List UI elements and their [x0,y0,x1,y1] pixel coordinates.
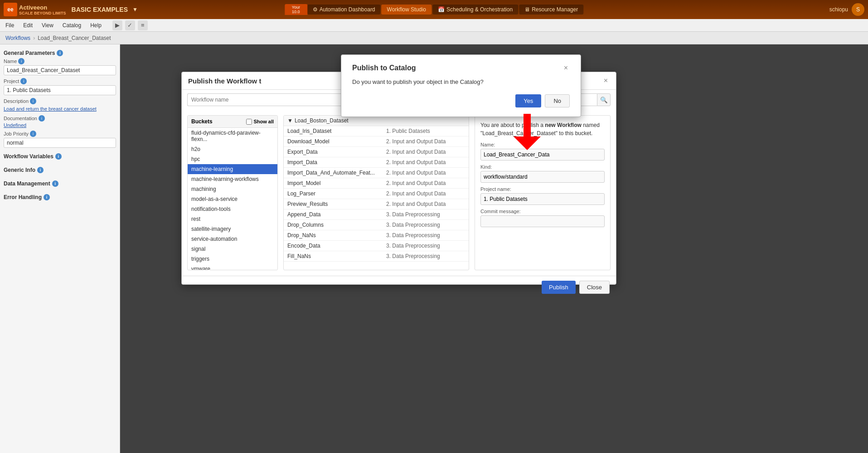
menu-help[interactable]: Help [88,21,103,29]
error-handling-title[interactable]: Error Handling i [4,192,116,202]
job-priority-info-icon[interactable]: i [30,131,36,137]
menu-catalog[interactable]: Catalog [61,21,83,29]
documentation-info-icon[interactable]: i [39,115,45,122]
name-label: Name i [4,58,116,64]
workflow-item-11[interactable]: Encode_Data 3. Data Preprocessing [284,241,469,251]
workflow-item-10[interactable]: Drop_NaNs 3. Data Preprocessing [284,230,469,241]
bucket-item-ml-workflows[interactable]: machine-learning-workflows [188,174,277,184]
dropdown-arrow-icon[interactable]: ▼ [132,6,138,13]
workflow-item-0[interactable]: Load_Iris_Dataset 1. Public Datasets [284,126,469,136]
workflow-item-12[interactable]: Fill_NaNs 3. Data Preprocessing [284,251,469,262]
publish-name-label: Name: [480,142,605,147]
breadcrumb: Workflows › Load_Breast_Cancer_Dataset [0,32,868,44]
description-info-icon[interactable]: i [30,98,36,104]
user-area: schiopu S [829,3,864,16]
breadcrumb-workflows[interactable]: Workflows [5,35,30,41]
bucket-item-vmware[interactable]: vmware [188,264,277,270]
error-handling-section: Error Handling i [4,192,116,202]
publish-kind-field: Kind: [480,164,605,183]
menu-icon[interactable]: ≡ [138,20,148,30]
job-priority-field: Job Priority i normal [4,131,116,148]
yes-button[interactable]: Yes [515,94,541,107]
workflow-group-header: ▼ Load_Boston_Dataset [284,116,469,126]
confirm-modal-title: Publish to Catalog [352,64,416,72]
name-field: Name i Load_Breast_Cancer_Dataset [4,58,116,75]
error-handling-info-icon[interactable]: i [44,194,50,200]
bucket-item-rest[interactable]: rest [188,214,277,224]
menu-file[interactable]: File [4,21,16,29]
publish-project-input[interactable] [480,193,605,205]
nav-workflow[interactable]: Workflow Studio [382,5,432,15]
bucket-item-hpc[interactable]: hpc [188,154,277,164]
publish-button[interactable]: Publish [542,281,576,294]
confirm-modal-message: Do you want to publish your object in th… [352,78,570,85]
workflow-vars-section: Workflow Variables i [4,151,116,161]
workflow-vars-info-icon[interactable]: i [55,153,62,160]
menu-view[interactable]: View [40,21,55,29]
bucket-item-machining[interactable]: machining [188,184,277,194]
logo[interactable]: ee Activeeon SCALE BEYOND LIMITS [4,3,66,16]
canvas-area: Publish the Workflow t × 🔍 Buckets [120,44,868,453]
publish-kind-input[interactable] [480,171,605,183]
breadcrumb-separator: › [33,35,35,41]
run-icon[interactable]: ▶ [112,20,122,30]
workflow-item-6[interactable]: Log_Parser 2. Input and Output Data [284,189,469,199]
bucket-item-fluid[interactable]: fluid-dynamics-cfd-paraview-flexn... [188,128,277,144]
bucket-item-signal[interactable]: signal [188,244,277,254]
confirm-modal-footer: Yes No [352,94,570,107]
svg-rect-0 [524,114,531,136]
publish-project-label: Project name: [480,186,605,192]
workflow-item-4[interactable]: Import_Data_And_Automate_Feat... 2. Inpu… [284,168,469,178]
nav-scheduling[interactable]: 📅 Scheduling & Orchestration [432,5,518,15]
project-info-icon[interactable]: i [20,78,27,84]
generic-info-title[interactable]: Generic Info i [4,165,116,175]
bucket-list-header: Buckets Show all [188,116,277,128]
bucket-item-notification[interactable]: notification-tools [188,204,277,214]
confirm-modal-header: Publish to Catalog × [352,64,570,72]
publish-modal-body: Buckets Show all fluid-dynamics-cfd-para… [182,110,616,276]
workflow-item-2[interactable]: Export_Data 2. Input and Output Data [284,147,469,157]
workflow-item-9[interactable]: Drop_Columns 3. Data Preprocessing [284,220,469,230]
show-all-checkbox[interactable] [246,119,252,125]
workflow-item-8[interactable]: Append_Data 3. Data Preprocessing [284,209,469,220]
documentation-value[interactable]: Undefined [4,122,116,128]
publish-modal-close-button[interactable]: × [602,77,610,85]
general-params-section: General Parameters i Name i Load_Breast_… [4,48,116,148]
user-avatar[interactable]: S [852,3,864,16]
collapse-icon: ▼ [287,117,293,124]
general-params-title: General Parameters i [4,48,116,58]
confirm-modal-close-button[interactable]: × [562,64,570,72]
generic-info-icon[interactable]: i [37,167,44,173]
general-params-info-icon[interactable]: i [57,50,63,56]
publish-name-field: Name: [480,142,605,161]
name-value: Load_Breast_Cancer_Dataset [4,65,116,75]
workflow-item-5[interactable]: Import_Model 2. Input and Output Data [284,178,469,189]
menu-edit[interactable]: Edit [21,21,34,29]
workflow-item-3[interactable]: Import_Data 2. Input and Output Data [284,157,469,168]
toolbar: ▶ ✓ ≡ [112,20,148,30]
workflow-item-7[interactable]: Preview_Results 2. Input and Output Data [284,199,469,209]
check-icon[interactable]: ✓ [125,20,135,30]
workflow-item-1[interactable]: Download_Model 2. Input and Output Data [284,136,469,147]
bucket-item-model[interactable]: model-as-a-service [188,194,277,204]
confirm-modal: Publish to Catalog × Do you want to publ… [341,54,581,117]
bucket-item-satellite[interactable]: satellite-imagery [188,224,277,234]
data-management-title[interactable]: Data Management i [4,179,116,189]
show-all-label[interactable]: Show all [246,119,274,125]
name-info-icon[interactable]: i [18,58,24,64]
no-button[interactable]: No [545,94,570,107]
bucket-item-ml[interactable]: machine-learning [188,164,277,174]
publish-name-input[interactable] [480,149,605,161]
nav-resource[interactable]: 🖥 Resource Manager [519,5,583,15]
search-button[interactable]: 🔍 [597,93,611,106]
workflow-vars-title[interactable]: Workflow Variables i [4,151,116,161]
description-field: Description i Load and return the breast… [4,98,116,112]
publish-commit-input[interactable] [480,215,605,227]
bucket-item-service[interactable]: service-automation [188,234,277,244]
bucket-item-h2o[interactable]: h2o [188,144,277,154]
nav-automation[interactable]: ⚙ Automation Dashboard [307,5,381,15]
close-publish-button[interactable]: Close [579,281,610,294]
workflow-list-panel: ▼ Load_Boston_Dataset Load_Iris_Dataset … [283,115,469,270]
data-management-info-icon[interactable]: i [52,180,58,187]
bucket-item-triggers[interactable]: triggers [188,254,277,264]
